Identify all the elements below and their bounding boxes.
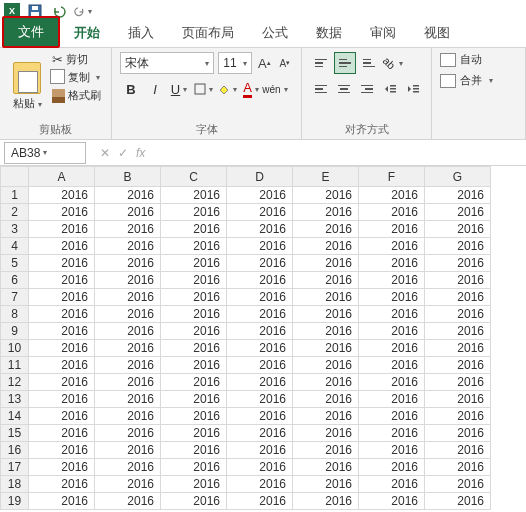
cell[interactable]: 2016 [359,493,425,510]
cell[interactable]: 2016 [425,272,491,289]
italic-button[interactable]: I [144,78,166,100]
cell[interactable]: 2016 [95,221,161,238]
wrap-text-button[interactable]: 自动 [440,52,517,67]
tab-insert[interactable]: 插入 [114,19,168,47]
orientation-button[interactable]: ab [382,52,404,74]
cell[interactable]: 2016 [293,408,359,425]
cell[interactable]: 2016 [425,323,491,340]
row-header[interactable]: 8 [1,306,29,323]
row-header[interactable]: 19 [1,493,29,510]
cell[interactable]: 2016 [227,425,293,442]
cancel-formula-button[interactable]: ✕ [100,146,110,160]
column-header[interactable]: E [293,167,359,187]
cell[interactable]: 2016 [227,255,293,272]
cell[interactable]: 2016 [425,255,491,272]
cell[interactable]: 2016 [95,289,161,306]
cell[interactable]: 2016 [227,204,293,221]
underline-button[interactable]: U [168,78,190,100]
cell[interactable]: 2016 [161,493,227,510]
border-button[interactable] [192,78,214,100]
cell[interactable]: 2016 [425,204,491,221]
row-header[interactable]: 3 [1,221,29,238]
row-header[interactable]: 14 [1,408,29,425]
cell[interactable]: 2016 [293,204,359,221]
cell[interactable]: 2016 [95,425,161,442]
row-header[interactable]: 17 [1,459,29,476]
align-left-button[interactable] [310,78,331,100]
cell[interactable]: 2016 [29,442,95,459]
font-color-button[interactable]: A [240,78,262,100]
column-header[interactable]: D [227,167,293,187]
row-header[interactable]: 5 [1,255,29,272]
cell[interactable]: 2016 [359,340,425,357]
cell[interactable]: 2016 [29,425,95,442]
cell[interactable]: 2016 [95,459,161,476]
tab-page-layout[interactable]: 页面布局 [168,19,248,47]
cell[interactable]: 2016 [95,374,161,391]
cell[interactable]: 2016 [161,238,227,255]
cell[interactable]: 2016 [293,306,359,323]
cell[interactable]: 2016 [29,323,95,340]
cell[interactable]: 2016 [227,374,293,391]
cell[interactable]: 2016 [293,442,359,459]
cell[interactable]: 2016 [29,459,95,476]
row-header[interactable]: 2 [1,204,29,221]
bold-button[interactable]: B [120,78,142,100]
cell[interactable]: 2016 [161,408,227,425]
cell[interactable]: 2016 [95,408,161,425]
cell[interactable]: 2016 [29,204,95,221]
row-header[interactable]: 16 [1,442,29,459]
font-size-select[interactable]: 11 [218,52,252,74]
cell[interactable]: 2016 [29,391,95,408]
cell[interactable]: 2016 [95,476,161,493]
cell[interactable]: 2016 [29,187,95,204]
cell[interactable]: 2016 [161,374,227,391]
decrease-indent-button[interactable] [379,78,400,100]
cell[interactable]: 2016 [29,340,95,357]
decrease-font-button[interactable]: A▾ [277,52,293,74]
cell[interactable]: 2016 [425,459,491,476]
cell[interactable]: 2016 [359,357,425,374]
column-header[interactable]: F [359,167,425,187]
cell[interactable]: 2016 [359,374,425,391]
cell[interactable]: 2016 [425,391,491,408]
cell[interactable]: 2016 [161,221,227,238]
cell[interactable]: 2016 [227,476,293,493]
cell[interactable]: 2016 [293,476,359,493]
cell[interactable]: 2016 [293,187,359,204]
cell[interactable]: 2016 [293,255,359,272]
cell[interactable]: 2016 [359,255,425,272]
cell[interactable]: 2016 [161,323,227,340]
row-header[interactable]: 12 [1,374,29,391]
cell[interactable]: 2016 [227,442,293,459]
tab-review[interactable]: 审阅 [356,19,410,47]
row-header[interactable]: 11 [1,357,29,374]
align-top-button[interactable] [310,52,332,74]
cell[interactable]: 2016 [359,323,425,340]
cell[interactable]: 2016 [161,306,227,323]
cell[interactable]: 2016 [293,391,359,408]
cell[interactable]: 2016 [227,272,293,289]
cell[interactable]: 2016 [161,289,227,306]
cell[interactable]: 2016 [293,340,359,357]
cell[interactable]: 2016 [359,442,425,459]
cell[interactable]: 2016 [29,493,95,510]
cell[interactable]: 2016 [161,340,227,357]
cell[interactable]: 2016 [29,272,95,289]
enter-formula-button[interactable]: ✓ [118,146,128,160]
column-header[interactable]: G [425,167,491,187]
cell[interactable]: 2016 [359,459,425,476]
cell[interactable]: 2016 [29,306,95,323]
column-header[interactable]: B [95,167,161,187]
cell[interactable]: 2016 [293,221,359,238]
cell[interactable]: 2016 [95,357,161,374]
tab-data[interactable]: 数据 [302,19,356,47]
cell[interactable]: 2016 [359,306,425,323]
cell[interactable]: 2016 [95,493,161,510]
redo-button[interactable] [74,2,92,20]
cell[interactable]: 2016 [227,493,293,510]
merge-center-button[interactable]: 合并 [440,73,517,88]
cell[interactable]: 2016 [29,238,95,255]
cell[interactable]: 2016 [359,391,425,408]
cell[interactable]: 2016 [425,306,491,323]
